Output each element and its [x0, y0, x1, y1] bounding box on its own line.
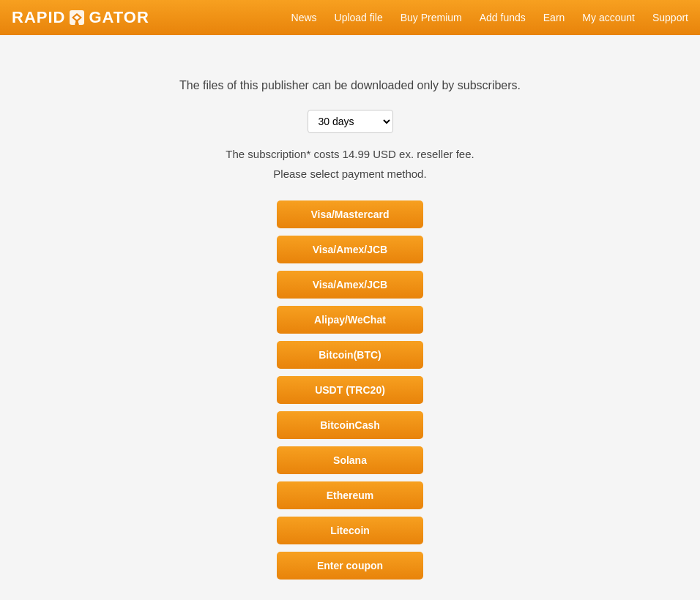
payment-btn-usdt--trc20-[interactable]: USDT (TRC20)	[277, 376, 423, 404]
payment-btn-enter-coupon[interactable]: Enter coupon	[277, 552, 423, 580]
nav-news[interactable]: News	[291, 12, 317, 23]
header: RAPID GATOR News Upload file Buy Premium…	[0, 0, 700, 35]
logo-rapid: RAPID	[12, 8, 65, 27]
payment-btn-bitcoin-btc-[interactable]: Bitcoin(BTC)	[277, 341, 423, 369]
payment-btn-alipay-wechat[interactable]: Alipay/WeChat	[277, 306, 423, 334]
nav: News Upload file Buy Premium Add funds E…	[291, 12, 688, 23]
logo: RAPID GATOR	[12, 7, 149, 28]
nav-upload-file[interactable]: Upload file	[335, 12, 383, 23]
nav-my-account[interactable]: My account	[582, 12, 635, 23]
payment-buttons-container: Visa/MastercardVisa/Amex/JCBVisa/Amex/JC…	[277, 200, 423, 580]
nav-earn[interactable]: Earn	[543, 12, 565, 23]
nav-buy-premium[interactable]: Buy Premium	[401, 12, 462, 23]
cost-message: The subscription* costs 14.99 USD ex. re…	[226, 148, 474, 160]
publisher-message: The files of this publisher can be downl…	[179, 79, 521, 92]
payment-btn-visa-amex-jcb[interactable]: Visa/Amex/JCB	[277, 236, 423, 263]
nav-add-funds[interactable]: Add funds	[480, 12, 526, 23]
svg-rect-4	[75, 23, 79, 25]
payment-prompt: Please select payment method.	[273, 168, 426, 180]
payment-btn-bitcoincash[interactable]: BitcoinCash	[277, 411, 423, 439]
duration-selector[interactable]: 30 days 60 days 90 days 365 days	[308, 110, 393, 133]
nav-support[interactable]: Support	[652, 12, 688, 23]
logo-gator: GATOR	[89, 8, 149, 27]
payment-btn-visa-mastercard[interactable]: Visa/Mastercard	[277, 200, 423, 228]
main-content: The files of this publisher can be downl…	[0, 35, 700, 600]
payment-btn-litecoin[interactable]: Litecoin	[277, 517, 423, 544]
logo-icon	[67, 7, 87, 28]
payment-btn-solana[interactable]: Solana	[277, 446, 423, 474]
payment-btn-visa-amex-jcb[interactable]: Visa/Amex/JCB	[277, 271, 423, 299]
payment-btn-ethereum[interactable]: Ethereum	[277, 481, 423, 509]
